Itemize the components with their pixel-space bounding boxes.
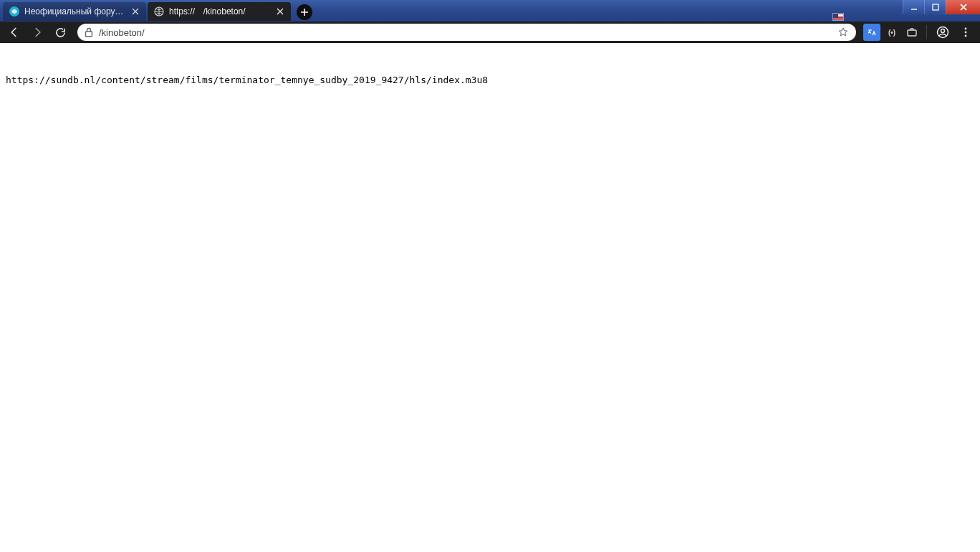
svg-rect-3 — [86, 32, 92, 37]
nav-forward-button[interactable] — [27, 22, 47, 42]
new-tab-button[interactable] — [297, 4, 312, 20]
tab-1-close[interactable] — [275, 6, 285, 16]
favicon-dlna-icon — [9, 6, 20, 17]
toolbar-separator — [926, 25, 927, 39]
bookmark-star-icon[interactable] — [837, 27, 849, 38]
toolbar-right: (•) — [863, 22, 976, 42]
window-titlebar: Неофициальный форум DLNA | https:// /kin… — [0, 0, 980, 22]
tab-1-title: https:// /kinobeton/ — [169, 6, 271, 16]
profile-icon[interactable] — [933, 22, 953, 42]
extension-work-icon[interactable] — [903, 24, 921, 41]
language-flag-us-icon[interactable] — [832, 13, 844, 21]
window-controls — [903, 0, 980, 14]
lock-icon — [85, 27, 93, 37]
extension-brackets-label: (•) — [888, 29, 895, 37]
tab-1[interactable]: https:// /kinobeton/ — [148, 2, 291, 21]
tabs-strip: Неофициальный форум DLNA | https:// /kin… — [0, 1, 312, 22]
chrome-menu-icon[interactable] — [956, 22, 976, 42]
svg-point-7 — [941, 29, 945, 32]
nav-reload-button[interactable] — [50, 22, 70, 42]
tab-0[interactable]: Неофициальный форум DLNA | — [3, 2, 146, 21]
svg-point-9 — [965, 32, 967, 34]
svg-point-10 — [965, 35, 967, 37]
nav-back-button[interactable] — [4, 22, 24, 42]
address-bar[interactable]: /kinobeton/ — [77, 24, 856, 41]
svg-point-8 — [965, 28, 967, 30]
browser-toolbar: /kinobeton/ (•) — [0, 22, 980, 43]
favicon-globe-icon — [153, 6, 165, 17]
svg-rect-4 — [867, 27, 877, 37]
svg-rect-5 — [908, 30, 916, 36]
address-bar-url: /kinobeton/ — [99, 27, 832, 38]
page-body-text: https://sundb.nl/content/stream/films/te… — [0, 43, 980, 91]
tab-0-title: Неофициальный форум DLNA | — [24, 6, 126, 16]
page-viewport: https://sundb.nl/content/stream/films/te… — [0, 43, 980, 552]
extension-brackets-icon[interactable]: (•) — [883, 24, 900, 41]
svg-rect-2 — [933, 4, 938, 10]
window-minimize-button[interactable] — [903, 0, 924, 14]
window-maximize-button[interactable] — [924, 0, 946, 14]
window-close-button[interactable] — [946, 0, 980, 14]
tab-0-close[interactable] — [130, 6, 140, 16]
extension-google-translate-icon[interactable] — [863, 24, 880, 41]
